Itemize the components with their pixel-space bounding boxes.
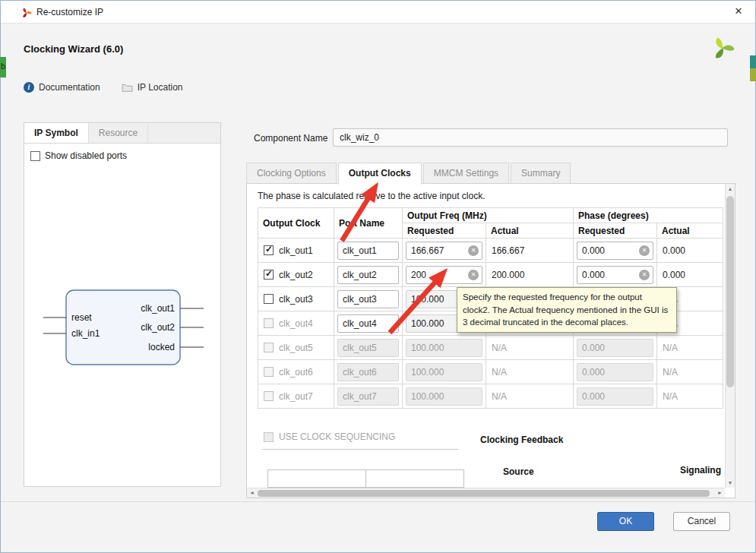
freq-requested-field: 100.000: [406, 363, 482, 381]
scroll-right-icon[interactable]: ►: [717, 488, 723, 498]
frequency-tooltip: Specify the requested frequency for the …: [457, 287, 677, 333]
clear-icon[interactable]: ✕: [639, 270, 650, 280]
tab-clocking-options[interactable]: Clocking Options: [246, 163, 337, 183]
phase-requested-field[interactable]: 0.000✕: [577, 242, 653, 260]
scroll-left-icon[interactable]: ◄: [249, 488, 255, 498]
col-phase-requested: Requested: [574, 223, 657, 239]
clock-label: clk_out6: [279, 367, 313, 378]
settings-tabstrip: Clocking Options Output Clocks MMCM Sett…: [246, 163, 572, 184]
check-icon: ✓: [265, 244, 273, 254]
table-row-clk-out5: clk_out5 clk_out5 100.000 N/A 0.000 N/A: [258, 336, 723, 360]
ok-button[interactable]: OK: [597, 512, 654, 531]
freq-actual-value: N/A: [489, 343, 507, 353]
output-clocks-panel: The phase is calculated relative to the …: [246, 183, 735, 498]
symbol-output-clk-out1: clk_out1: [141, 303, 175, 314]
tab-resource[interactable]: Resource: [89, 123, 148, 143]
page-title: Clocking Wizard (6.0): [24, 43, 123, 55]
ip-location-label: IP Location: [138, 82, 183, 93]
background-window-fragment-left: b: [0, 57, 6, 77]
freq-actual-value: 166.667: [489, 245, 524, 256]
symbol-input-clk-in1: clk_in1: [71, 328, 100, 339]
feedback-source-label: Source: [503, 466, 534, 477]
cancel-button[interactable]: Cancel: [673, 512, 730, 531]
clock-label: clk_out3: [279, 294, 313, 305]
port-name-field[interactable]: clk_out1: [337, 242, 399, 260]
documentation-label: Documentation: [39, 82, 100, 93]
phase-actual-value: 0.000: [660, 270, 685, 280]
table-row-clk-out7: clk_out7 clk_out7 100.000 N/A 0.000 N/A: [258, 384, 723, 409]
col-freq-actual: Actual: [486, 223, 574, 239]
clk-out7-checkbox: [264, 391, 274, 401]
clear-icon[interactable]: ✕: [639, 245, 650, 256]
folder-icon: [122, 83, 133, 92]
clock-label: clk_out1: [279, 245, 313, 256]
phase-actual-value: N/A: [660, 343, 678, 353]
tab-output-clocks[interactable]: Output Clocks: [338, 163, 422, 185]
horizontal-scrollbar-thumb[interactable]: [258, 490, 710, 497]
phase-requested-field: 0.000: [577, 363, 653, 381]
col-port-name: Port Name: [334, 208, 403, 239]
freq-requested-value: 166.667: [411, 245, 444, 256]
freq-requested-field[interactable]: 200✕: [406, 266, 482, 284]
phase-requested-value: 0.000: [582, 270, 605, 280]
clock-label: clk_out5: [279, 343, 313, 353]
title-bar: Re-customize IP ✕: [1, 1, 755, 24]
check-icon: ✓: [265, 268, 273, 279]
partial-table-cells: [267, 469, 463, 488]
tab-summary[interactable]: Summary: [511, 163, 571, 183]
scroll-down-icon[interactable]: ▼: [726, 480, 735, 485]
links-row: i Documentation IP Location: [24, 82, 183, 93]
horizontal-scrollbar[interactable]: ◄ ►: [247, 488, 725, 498]
xilinx-logo: [710, 35, 735, 61]
documentation-link[interactable]: i Documentation: [24, 82, 100, 93]
symbol-output-locked: locked: [148, 342, 175, 352]
phase-actual-value: 0.000: [660, 245, 685, 256]
ip-symbol-diagram: reset clk_in1 clk_out1 clk_out2 locked: [24, 169, 222, 465]
tab-ip-symbol[interactable]: IP Symbol: [24, 123, 89, 143]
clk-out6-checkbox: [264, 367, 274, 377]
port-name-field[interactable]: clk_out3: [337, 290, 399, 308]
recustomize-ip-dialog: Re-customize IP ✕ Clocking Wizard (6.0) …: [0, 0, 756, 553]
close-icon[interactable]: ✕: [731, 5, 746, 19]
show-disabled-ports-checkbox[interactable]: Show disabled ports: [30, 150, 127, 161]
partial-cell: [365, 469, 464, 488]
col-output-clock: Output Clock: [258, 208, 334, 239]
xilinx-app-icon: [21, 7, 32, 18]
port-name-field: clk_out5: [337, 339, 399, 357]
freq-requested-field[interactable]: 166.667✕: [406, 242, 482, 260]
clear-icon[interactable]: ✕: [468, 270, 479, 280]
tab-mmcm-settings[interactable]: MMCM Settings: [423, 163, 509, 183]
ip-location-link[interactable]: IP Location: [122, 82, 183, 93]
dialog-footer: OK Cancel: [1, 501, 755, 552]
phase-actual-value: N/A: [660, 367, 678, 378]
clear-icon[interactable]: ✕: [468, 245, 479, 256]
phase-requested-field[interactable]: 0.000✕: [577, 266, 653, 284]
clk-out3-checkbox[interactable]: [264, 294, 274, 304]
feedback-signaling-label: Signaling: [680, 465, 721, 476]
table-row-clk-out1: ✓clk_out1 clk_out1 166.667✕ 166.667 0.00…: [258, 239, 723, 263]
port-name-field[interactable]: clk_out2: [337, 266, 399, 284]
clk-out2-checkbox[interactable]: ✓: [264, 270, 274, 280]
component-name-input[interactable]: [333, 128, 728, 147]
symbol-input-reset: reset: [71, 312, 92, 323]
clock-label: clk_out4: [279, 318, 313, 329]
component-name-label: Component Name: [254, 133, 327, 144]
col-freq-requested: Requested: [403, 223, 486, 239]
use-clock-sequencing-checkbox: USE CLOCK SEQUENCING: [264, 431, 395, 442]
vertical-scrollbar-thumb[interactable]: [726, 196, 734, 387]
use-clock-sequencing-label: USE CLOCK SEQUENCING: [279, 431, 395, 442]
vertical-scrollbar[interactable]: ▲ ▼: [725, 184, 735, 488]
left-panel-tabs: IP Symbol Resource: [24, 123, 220, 144]
scroll-up-icon[interactable]: ▲: [726, 186, 735, 191]
clock-label: clk_out7: [279, 391, 313, 402]
partial-cell: [267, 469, 366, 488]
checkbox-box: [264, 432, 274, 442]
divider: [262, 449, 458, 450]
phase-requested-value: 0.000: [582, 245, 605, 256]
port-name-field: clk_out6: [337, 363, 399, 381]
clocking-feedback-title: Clocking Feedback: [480, 434, 563, 445]
port-name-field: clk_out7: [337, 387, 399, 406]
symbol-output-clk-out2: clk_out2: [141, 322, 175, 333]
phase-note: The phase is calculated relative to the …: [258, 191, 486, 201]
clk-out1-checkbox[interactable]: ✓: [264, 245, 274, 255]
